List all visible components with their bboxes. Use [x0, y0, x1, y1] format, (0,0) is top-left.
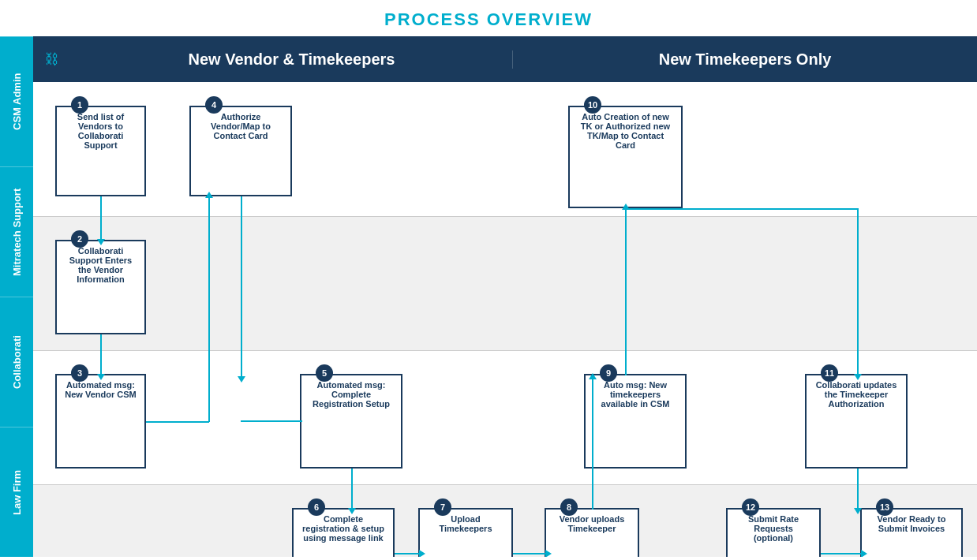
arrow-4-5h — [241, 420, 302, 422]
step-box-9: Auto msg: New timekeepers available in C… — [584, 374, 687, 469]
main-container: CSM Admin Mitratech Support Collaborati … — [0, 36, 977, 557]
header-icon: ⛓ — [33, 45, 71, 74]
divider-3 — [33, 484, 977, 485]
header-col-right: New Timekeepers Only — [513, 50, 977, 69]
step-badge-7: 7 — [434, 498, 451, 516]
step-box-8: Vendor uploads Timekeeper — [545, 508, 639, 557]
step-badge-13: 13 — [876, 498, 893, 516]
sidebar-section-mitratech: Mitratech Support — [0, 166, 33, 297]
links-icon: ⛓ — [45, 51, 59, 68]
arrow-2-3 — [100, 334, 102, 375]
diagram-area: 1 Send list of Vendors to Collaborati Su… — [33, 82, 977, 557]
step-box-10: Auto Creation of new TK or Authorized ne… — [568, 106, 683, 208]
step-box-1: Send list of Vendors to Collaborati Supp… — [55, 106, 146, 196]
step-badge-9: 9 — [600, 364, 617, 382]
step-badge-5: 5 — [316, 364, 333, 382]
arrow-11-down — [857, 208, 859, 375]
step-box-13: Vendor Ready to Submit Invoices — [860, 508, 963, 557]
arrow-11-12 — [857, 469, 859, 510]
header-col-left: New Vendor & Timekeepers — [71, 50, 513, 69]
divider-2 — [33, 350, 977, 351]
step-box-5: Automated msg: Complete Registration Set… — [300, 374, 402, 469]
step-badge-8: 8 — [560, 498, 578, 516]
step-badge-10: 10 — [584, 96, 601, 114]
arrow-1-2 — [100, 196, 102, 241]
row-bg-mitratech — [33, 216, 977, 350]
arrow-4-down — [241, 196, 242, 378]
arrow-3-right — [146, 421, 209, 423]
sidebar-section-lawfirm: Law Firm — [0, 427, 33, 557]
step-badge-4: 4 — [205, 96, 223, 114]
step-box-11: Collaborati updates the Timekeeper Autho… — [805, 374, 908, 469]
step-badge-3: 3 — [71, 364, 88, 382]
sidebar-section-collaborati: Collaborati — [0, 297, 33, 427]
step-box-4: Authorize Vendor/Map to Contact Card — [189, 106, 292, 196]
arrow-5-6 — [351, 469, 353, 510]
step-badge-2: 2 — [71, 230, 88, 248]
step-badge-1: 1 — [71, 96, 88, 114]
step-badge-11: 11 — [821, 364, 838, 382]
arrow-10-11-h — [625, 208, 858, 210]
step-box-2: Collaborati Support Enters the Vendor In… — [55, 240, 146, 334]
step-badge-12: 12 — [742, 498, 759, 516]
arrow-9-10 — [625, 208, 627, 375]
arrow-3-up — [208, 196, 210, 422]
header-row: ⛓ New Vendor & Timekeepers New Timekeepe… — [33, 36, 977, 82]
step-box-7: Upload Timekeepers — [418, 508, 513, 557]
content-area: ⛓ New Vendor & Timekeepers New Timekeepe… — [33, 36, 977, 557]
sidebar: CSM Admin Mitratech Support Collaborati … — [0, 36, 33, 557]
arrow-7-8 — [513, 553, 547, 554]
arrow-8-9 — [592, 378, 593, 510]
divider-1 — [33, 216, 977, 217]
sidebar-section-csm: CSM Admin — [0, 36, 33, 166]
step-box-3: Automated msg: New Vendor CSM — [55, 374, 146, 469]
step-badge-6: 6 — [308, 498, 325, 516]
step-box-12: Submit Rate Requests (optional) — [726, 508, 821, 557]
row-bg-csm — [33, 82, 977, 216]
arrow-6-7 — [395, 553, 421, 554]
arrow-12-13 — [821, 553, 863, 554]
page-title: PROCESS OVERVIEW — [0, 0, 977, 36]
step-box-6: Complete registration & setup using mess… — [292, 508, 395, 557]
